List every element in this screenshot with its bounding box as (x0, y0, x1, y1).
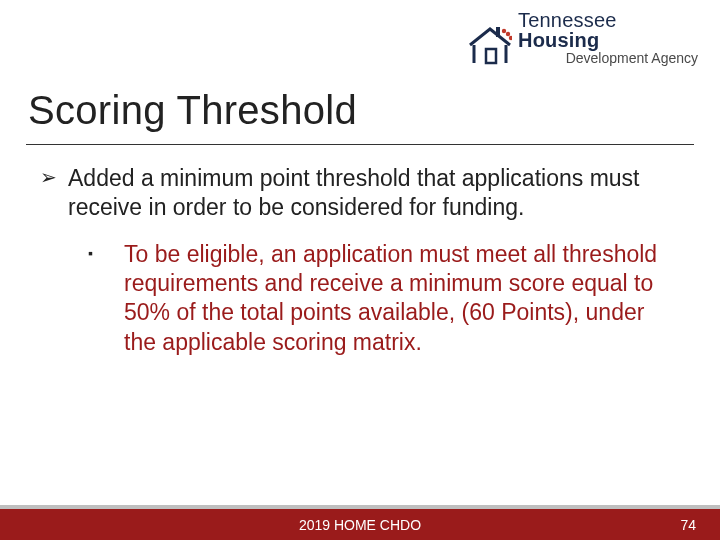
content-area: ➢ Added a minimum point threshold that a… (40, 164, 680, 357)
bullet-level-1-text: Added a minimum point threshold that app… (68, 164, 680, 222)
bullet-level-1: ➢ Added a minimum point threshold that a… (40, 164, 680, 222)
logo-word-housing: Housing (518, 29, 599, 51)
logo-row: Tennessee Housing Development Agency (468, 10, 698, 65)
logo-main-line: Tennessee Housing (518, 10, 698, 50)
svg-point-1 (502, 29, 506, 33)
svg-point-3 (509, 36, 512, 40)
logo-word-tennessee: Tennessee (518, 9, 617, 31)
svg-rect-7 (486, 49, 496, 63)
svg-point-2 (506, 32, 510, 36)
house-icon (468, 25, 512, 65)
svg-rect-4 (474, 45, 506, 63)
bullet-level-2: ▪ To be eligible, an application must me… (88, 240, 680, 358)
org-logo: Tennessee Housing Development Agency (468, 10, 698, 72)
arrow-bullet-icon: ➢ (40, 164, 58, 222)
square-bullet-icon: ▪ (88, 240, 102, 358)
title-rule (26, 144, 694, 145)
footer: 2019 HOME CHDO 74 (0, 500, 720, 540)
footer-center-text: 2019 HOME CHDO (0, 509, 720, 540)
bullet-level-2-text: To be eligible, an application must meet… (124, 240, 680, 358)
svg-rect-0 (496, 27, 500, 37)
logo-sub-line: Development Agency (518, 51, 698, 65)
page-title: Scoring Threshold (28, 88, 357, 133)
logo-text: Tennessee Housing Development Agency (518, 10, 698, 65)
slide: Tennessee Housing Development Agency Sco… (0, 0, 720, 540)
page-number: 74 (680, 509, 696, 540)
